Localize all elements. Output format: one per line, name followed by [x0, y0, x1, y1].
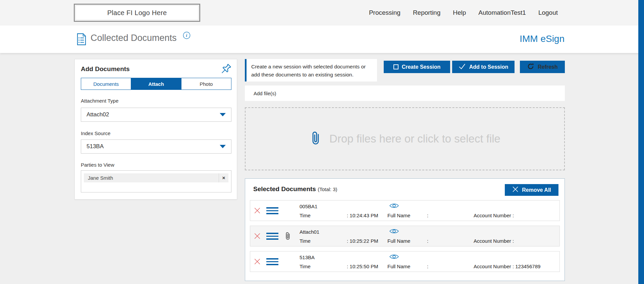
add-to-session-button[interactable]: Add to Session	[452, 61, 515, 73]
pin-icon[interactable]	[219, 63, 233, 77]
eye-icon[interactable]	[389, 228, 399, 234]
square-icon	[393, 64, 398, 69]
collected-documents-icon	[76, 33, 87, 46]
add-to-session-label: Add to Session	[469, 64, 508, 70]
top-bar: Place FI Logo Here Processing Reporting …	[0, 0, 644, 26]
time-label: Time	[300, 213, 311, 218]
add-files-label: Add file(s)	[254, 91, 276, 96]
right-edge-accent	[638, 0, 644, 284]
paperclip-icon	[309, 130, 322, 148]
logo-text: Place FI Logo Here	[107, 9, 167, 17]
full-name-value: :	[427, 264, 428, 269]
tab-photo[interactable]: Photo	[181, 78, 231, 90]
time-value: : 10:24:43 PM	[347, 213, 378, 218]
party-chip: Jane Smith ✕	[84, 173, 228, 182]
index-source-select[interactable]: 513BA	[81, 139, 231, 154]
app: Place FI Logo Here Processing Reporting …	[0, 0, 644, 284]
page-header: Collected Documents i IMM eSign	[0, 25, 644, 53]
attachment-type-value: Attach02	[87, 111, 109, 118]
brand-logo: IMM eSign	[520, 34, 565, 44]
time-label: Time	[300, 238, 311, 244]
full-name-label: Full Name	[387, 264, 410, 269]
attachment-type-select[interactable]: Attach02	[81, 108, 231, 122]
remove-all-label: Remove All	[522, 187, 551, 193]
time-value: : 10:25:22 PM	[347, 238, 378, 244]
attachment-type-label: Attachment Type	[81, 98, 118, 104]
file-dropzone[interactable]: Drop files here or click to select file	[245, 107, 565, 170]
session-message: Create a new session with selected docum…	[245, 59, 377, 81]
dropzone-text: Drop files here or click to select file	[329, 132, 500, 145]
remove-party-button[interactable]: ✕	[219, 173, 228, 182]
parties-to-view-box[interactable]: Jane Smith ✕	[81, 170, 231, 192]
nav-username[interactable]: AutomationTest1	[478, 9, 526, 16]
full-name-label: Full Name	[387, 213, 410, 218]
add-documents-tabs: Documents Attach Photo	[81, 78, 231, 90]
remove-all-button[interactable]: Remove All	[505, 184, 558, 196]
add-documents-panel: Add Documents Documents Attach Photo Att…	[74, 59, 237, 200]
document-name: 513BA	[300, 254, 315, 260]
svg-text:i: i	[186, 33, 187, 38]
index-source-label: Index Source	[81, 130, 110, 136]
fi-logo-placeholder: Place FI Logo Here	[74, 4, 200, 22]
time-label: Time	[300, 264, 311, 269]
nav-logout[interactable]: Logout	[538, 9, 558, 16]
index-source-value: 513BA	[87, 143, 104, 150]
tab-attach[interactable]: Attach	[131, 78, 181, 90]
attachment-icon	[284, 231, 291, 241]
account-number: Account Number : 123456789	[474, 264, 540, 269]
nav-reporting[interactable]: Reporting	[413, 9, 440, 16]
document-row: 005BA1 Time : 10:24:43 PM Full Name : Ac…	[250, 200, 560, 221]
create-session-button[interactable]: Create Session	[384, 61, 450, 73]
x-icon	[512, 186, 519, 194]
chevron-down-icon	[220, 113, 226, 116]
drag-handle-icon[interactable]	[266, 233, 278, 240]
full-name-label: Full Name	[387, 238, 410, 244]
full-name-value: :	[427, 213, 428, 218]
refresh-label: Refresh	[538, 64, 558, 70]
top-nav: Processing Reporting Help AutomationTest…	[369, 0, 558, 25]
drag-handle-icon[interactable]	[266, 258, 278, 265]
selected-documents-total: (Total: 3)	[318, 186, 337, 192]
remove-document-button[interactable]	[254, 232, 261, 240]
create-session-label: Create Session	[402, 64, 441, 70]
checkmark-icon	[459, 63, 466, 71]
selected-documents-list: 005BA1 Time : 10:24:43 PM Full Name : Ac…	[250, 200, 560, 277]
document-row: 513BA Time : 10:25:50 PM Full Name : Acc…	[250, 251, 560, 272]
account-number: Account Number :	[474, 238, 514, 244]
selected-documents-title: Selected Documents (Total: 3)	[253, 185, 337, 193]
tab-documents[interactable]: Documents	[81, 78, 131, 90]
selected-documents-title-text: Selected Documents	[253, 185, 316, 192]
account-number-label: Account Number :	[474, 238, 514, 244]
refresh-button[interactable]: Refresh	[520, 61, 565, 73]
drag-handle-icon[interactable]	[266, 207, 278, 214]
eye-icon[interactable]	[389, 253, 399, 260]
account-number-value: 123456789	[515, 264, 540, 269]
account-number-label: Account Number :	[474, 264, 514, 269]
panel-title: Add Documents	[81, 65, 130, 73]
party-name: Jane Smith	[84, 175, 113, 181]
info-icon[interactable]: i	[183, 32, 191, 39]
document-row: Attach01 Time : 10:25:22 PM Full Name : …	[250, 226, 560, 246]
full-name-value: :	[427, 238, 428, 244]
time-value: : 10:25:50 PM	[347, 264, 378, 269]
selected-documents-section: Selected Documents (Total: 3) Remove All	[245, 178, 565, 281]
document-name: Attach01	[300, 229, 319, 235]
nav-processing[interactable]: Processing	[369, 9, 400, 16]
account-number-label: Account Number :	[474, 213, 514, 218]
add-files-bar[interactable]: Add file(s)	[245, 86, 565, 101]
refresh-icon	[527, 63, 534, 71]
page-title: Collected Documents	[91, 33, 177, 43]
eye-icon[interactable]	[389, 203, 399, 209]
remove-document-button[interactable]	[254, 207, 261, 214]
parties-to-view-label: Parties to View	[81, 162, 114, 168]
nav-help[interactable]: Help	[453, 9, 466, 16]
chevron-down-icon	[220, 145, 226, 148]
remove-document-button[interactable]	[254, 258, 261, 265]
account-number: Account Number :	[474, 213, 514, 218]
document-name: 005BA1	[300, 204, 317, 209]
